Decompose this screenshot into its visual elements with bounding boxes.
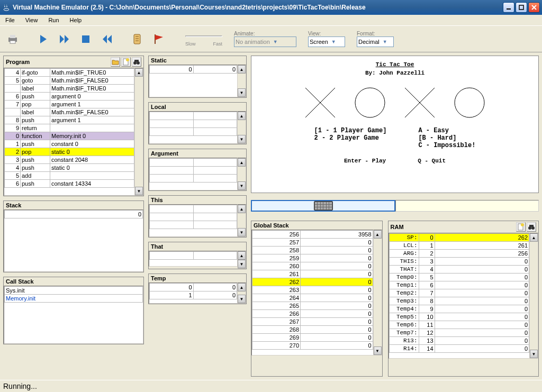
table-row[interactable]: 2600	[252, 262, 373, 270]
table-row[interactable]: 10	[150, 291, 237, 299]
speed-slider[interactable]: Slow Fast	[185, 32, 222, 47]
global-stack-scrollbar[interactable]: ▲▼	[374, 230, 382, 355]
argument-table[interactable]	[149, 158, 237, 183]
static-scrollbar[interactable]: ▲▼	[238, 65, 246, 97]
menu-run[interactable]: Run	[46, 16, 61, 24]
table-row[interactable]: 2570	[252, 239, 373, 247]
temp-scrollbar[interactable]: ▲▼	[238, 282, 246, 304]
program-table[interactable]: 4if-gotoMath.min$IF_TRUE05gotoMath.min$I…	[4, 68, 134, 188]
table-row[interactable]: Memory.init	[5, 295, 143, 303]
table-row[interactable]: R13:130	[389, 337, 529, 345]
maximize-button[interactable]	[516, 2, 527, 13]
stop-icon[interactable]	[77, 31, 94, 48]
table-row[interactable]	[150, 213, 237, 221]
open-folder-icon[interactable]	[111, 57, 120, 67]
menu-file[interactable]: File	[3, 16, 17, 24]
this-scrollbar[interactable]: ▲▼	[238, 204, 246, 237]
stack-table[interactable]: 0	[4, 210, 143, 218]
table-row[interactable]: Temp6:110	[389, 321, 529, 329]
table-row[interactable]: 2popstatic 0	[5, 148, 134, 156]
table-row[interactable]: 0functionMemory.init 0	[5, 132, 134, 140]
local-table[interactable]	[149, 112, 237, 136]
table-row[interactable]: 2650	[252, 302, 373, 310]
animate-select[interactable]: No animation▼	[234, 37, 296, 47]
script-icon[interactable]	[129, 31, 146, 48]
table-row[interactable]: LCL:1261	[389, 242, 529, 250]
table-row[interactable]: 2610	[252, 270, 373, 278]
table-row[interactable]: 2620	[252, 278, 373, 286]
format-select[interactable]: Decimal▼	[357, 37, 394, 47]
table-row[interactable]: 4if-gotoMath.min$IF_TRUE0	[5, 69, 134, 77]
table-row[interactable]: labelMath.min$IF_TRUE0	[5, 85, 134, 93]
table-row[interactable]: 4pushstatic 0	[5, 164, 134, 172]
new-file-icon[interactable]	[516, 222, 526, 232]
table-row[interactable]: 2670	[252, 318, 373, 326]
table-row[interactable]: THAT:40	[389, 266, 529, 274]
menu-help[interactable]: Help	[68, 16, 84, 24]
table-row[interactable]	[150, 252, 237, 260]
that-table[interactable]	[149, 251, 237, 260]
table-row[interactable]: 2580	[252, 247, 373, 254]
program-scrollbar[interactable]: ▲▼	[135, 68, 143, 196]
table-row[interactable]: 6pushconstant 14334	[5, 180, 134, 188]
table-row[interactable]: labelMath.min$IF_FALSE0	[5, 108, 134, 116]
rewind-icon[interactable]	[98, 31, 115, 48]
table-row[interactable]: 00	[150, 66, 237, 74]
table-row[interactable]	[150, 221, 237, 229]
keyboard-input[interactable]	[251, 200, 395, 212]
table-row[interactable]: 3pushconstant 2048	[5, 156, 134, 164]
table-row[interactable]: 2680	[252, 326, 373, 334]
binoculars-icon[interactable]	[132, 57, 141, 67]
table-row[interactable]	[150, 175, 237, 183]
table-row[interactable]: 2563958	[252, 231, 373, 239]
table-row[interactable]	[150, 120, 237, 128]
global-stack-table[interactable]: 2563958257025802590260026102620263026402…	[252, 230, 373, 350]
table-row[interactable]: Temp0:50	[389, 274, 529, 281]
table-row[interactable]: 5add	[5, 172, 134, 180]
table-row[interactable]: SP:0262	[389, 234, 529, 242]
table-row[interactable]: 7popargument 1	[5, 101, 134, 108]
ram-table[interactable]: SP:0262LCL:1261ARG:2256THIS:30THAT:40Tem…	[389, 233, 529, 353]
callstack-table[interactable]: Sys.initMemory.init	[4, 286, 143, 303]
table-row[interactable]: 1pushconstant 0	[5, 140, 134, 148]
table-row[interactable]: Temp2:70	[389, 289, 529, 297]
table-row[interactable]	[150, 167, 237, 175]
table-row[interactable]: Sys.init	[5, 287, 143, 295]
table-row[interactable]: ARG:2256	[389, 250, 529, 258]
flag-icon[interactable]	[150, 31, 167, 48]
table-row[interactable]	[150, 159, 237, 167]
table-row[interactable]: Temp4:90	[389, 305, 529, 313]
table-row[interactable]	[150, 205, 237, 213]
table-row[interactable]: 2690	[252, 334, 373, 342]
print-icon[interactable]	[4, 31, 21, 48]
binoculars-icon[interactable]	[527, 222, 536, 232]
argument-scrollbar[interactable]: ▲▼	[238, 158, 246, 190]
table-row[interactable]: 2640	[252, 294, 373, 302]
table-row[interactable]: THIS:30	[389, 258, 529, 266]
table-row[interactable]: Temp1:60	[389, 281, 529, 289]
table-row[interactable]: R14:140	[389, 345, 529, 353]
table-row[interactable]: Temp3:80	[389, 297, 529, 305]
table-row[interactable]: 2700	[252, 342, 373, 350]
ram-scrollbar[interactable]: ▲▼	[530, 233, 538, 359]
table-row[interactable]: 8pushargument 1	[5, 116, 134, 124]
close-button[interactable]	[528, 2, 540, 13]
menu-view[interactable]: View	[23, 16, 40, 24]
table-row[interactable]: 2590	[252, 254, 373, 262]
minimize-button[interactable]	[503, 2, 514, 13]
table-row[interactable]: 2660	[252, 310, 373, 318]
table-row[interactable]: 6pushargument 0	[5, 93, 134, 101]
table-row[interactable]: 2630	[252, 286, 373, 294]
table-row[interactable]: 5gotoMath.min$IF_FALSE0	[5, 77, 134, 85]
fast-forward-icon[interactable]	[56, 31, 73, 48]
table-row[interactable]: Temp5:100	[389, 313, 529, 321]
new-file-icon[interactable]	[121, 57, 131, 67]
table-row[interactable]: Temp7:120	[389, 329, 529, 337]
local-scrollbar[interactable]: ▲▼	[238, 111, 246, 144]
step-forward-icon[interactable]	[35, 31, 52, 48]
this-table[interactable]	[149, 205, 237, 229]
table-row[interactable]: 00	[150, 284, 237, 291]
table-row[interactable]: 9return	[5, 124, 134, 132]
temp-table[interactable]: 0010	[149, 283, 237, 299]
that-scrollbar[interactable]: ▲▼	[238, 251, 246, 269]
